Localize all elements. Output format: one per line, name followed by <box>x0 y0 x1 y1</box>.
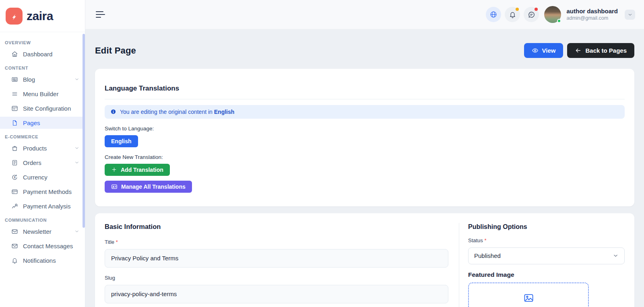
svg-text:$: $ <box>14 175 16 179</box>
status-value: Published <box>474 252 501 259</box>
slug-label: Slug <box>105 275 448 281</box>
view-button[interactable]: View <box>524 43 564 58</box>
back-to-pages-button[interactable]: Back to Pages <box>567 43 634 58</box>
required-mark: * <box>116 239 118 245</box>
notifications-button[interactable] <box>505 7 520 22</box>
section-label-communication: COMMUNICATION <box>5 218 85 223</box>
brand-logo-icon <box>6 8 23 25</box>
sidebar-item-currency[interactable]: $ Currency <box>0 171 85 183</box>
bag-icon <box>11 145 18 152</box>
bell-icon <box>509 11 516 19</box>
chevron-down-icon[interactable] <box>74 76 80 82</box>
user-menu-button[interactable] <box>625 10 635 20</box>
basic-information-column: Basic Information Title * Slug Leave emp… <box>105 223 459 307</box>
section-label-ecommerce: E-COMMERCE <box>5 134 85 139</box>
arrow-left-icon <box>575 47 582 54</box>
sidebar-item-contact-messages[interactable]: Contact Messages <box>0 240 85 252</box>
list-icon <box>11 91 18 97</box>
sidebar-item-label: Products <box>23 145 47 152</box>
main-area: author dashboard admin@gmail.com Edit Pa… <box>85 0 644 307</box>
back-button-label: Back to Pages <box>585 47 627 54</box>
currency-exchange-icon: $ <box>11 174 18 181</box>
slug-input[interactable] <box>105 285 448 303</box>
chevron-down-icon[interactable] <box>74 229 80 234</box>
sidebar-item-payment-methods[interactable]: Payment Methods <box>0 185 85 198</box>
sidebar-item-label: Payment Methods <box>23 188 72 195</box>
sidebar-item-dashboard[interactable]: Dashboard <box>0 48 85 60</box>
brand-logo[interactable]: zaira <box>0 0 85 32</box>
sidebar-toggle-icon[interactable] <box>95 10 106 20</box>
title-input[interactable] <box>105 249 448 268</box>
messages-button[interactable] <box>524 7 539 22</box>
sidebar-item-payment-analysis[interactable]: Payment Analysis <box>0 200 85 212</box>
avatar[interactable] <box>544 6 561 23</box>
basic-information-heading: Basic Information <box>105 223 448 231</box>
translations-heading: Language Translations <box>105 84 625 93</box>
sidebar-item-label: Dashboard <box>23 51 52 58</box>
title-label: Title * <box>105 239 448 245</box>
page-title: Edit Page <box>95 45 136 56</box>
user-meta: author dashboard admin@gmail.com <box>566 8 618 21</box>
view-button-label: View <box>542 47 556 54</box>
add-translation-button[interactable]: Add Translation <box>105 164 170 176</box>
sidebar-item-notifications[interactable]: Notifications <box>0 254 85 266</box>
edit-form-card: Basic Information Title * Slug Leave emp… <box>95 213 634 307</box>
page-header: Edit Page View Back to Pages <box>95 39 634 62</box>
newspaper-icon <box>11 76 18 83</box>
sidebar-item-newsletter[interactable]: Newsletter <box>0 225 85 237</box>
add-translation-label: Add Translation <box>121 167 163 173</box>
alert-text: You are editing the original content in <box>120 109 213 115</box>
envelope-icon <box>11 228 18 235</box>
page-content: Edit Page View Back to Pages Language Tr… <box>85 29 644 307</box>
chevron-down-icon <box>613 253 619 259</box>
sidebar-item-label: Newsletter <box>23 228 52 235</box>
sidebar-item-products[interactable]: Products <box>0 142 85 154</box>
status-label: Status * <box>468 237 625 243</box>
section-label-content: CONTENT <box>5 66 85 70</box>
manage-translations-button[interactable]: Manage All Translations <box>105 181 192 193</box>
sidebar-item-label: Menu Builder <box>23 91 58 97</box>
sidebar-item-pages[interactable]: Pages <box>0 117 85 129</box>
notification-badge <box>516 8 519 11</box>
create-translation-label: Create New Translation: <box>105 154 625 160</box>
sidebar-item-label: Payment Analysis <box>23 203 70 210</box>
credit-card-icon <box>11 188 18 195</box>
bell-icon <box>11 257 18 264</box>
featured-image-dropzone[interactable]: Choose file Supports: JPEG, PNG, JPG, GI… <box>468 282 589 307</box>
eye-icon <box>532 47 539 54</box>
file-icon <box>11 120 18 126</box>
sidebar-item-orders[interactable]: Orders <box>0 157 85 169</box>
sidebar-scrollbar[interactable] <box>83 34 85 228</box>
sidebar-nav: OVERVIEW Dashboard CONTENT Blog Menu Bui… <box>0 32 85 266</box>
editing-language-alert: You are editing the original content in … <box>105 105 625 119</box>
user-email: admin@gmail.com <box>566 15 618 22</box>
status-select[interactable]: Published <box>468 247 625 264</box>
language-english-button[interactable]: English <box>105 135 138 147</box>
chat-icon <box>528 11 535 19</box>
featured-image-heading: Featured Image <box>468 271 625 278</box>
chart-search-icon <box>11 203 18 210</box>
online-status-dot <box>557 19 561 23</box>
chevron-down-icon[interactable] <box>74 160 80 165</box>
topbar: author dashboard admin@gmail.com <box>85 0 644 29</box>
sidebar-item-site-configuration[interactable]: Site Configuration <box>0 102 85 114</box>
translation-card-icon <box>111 183 118 190</box>
home-icon <box>11 51 18 58</box>
switch-language-label: Switch to Language: <box>105 126 625 132</box>
sidebar-item-label: Currency <box>23 174 47 181</box>
brand-name: zaira <box>27 9 53 23</box>
sidebar-item-label: Notifications <box>23 257 56 264</box>
sidebar-item-blog[interactable]: Blog <box>0 73 85 85</box>
chevron-down-icon[interactable] <box>74 145 80 151</box>
plus-icon <box>111 167 117 173</box>
manage-translations-label: Manage All Translations <box>121 183 186 190</box>
topbar-actions: author dashboard admin@gmail.com <box>486 6 635 23</box>
message-badge <box>535 8 538 11</box>
language-button[interactable] <box>486 7 501 22</box>
sidebar-item-label: Contact Messages <box>23 243 73 249</box>
sidebar: zaira OVERVIEW Dashboard CONTENT Blog Me… <box>0 0 85 307</box>
chevron-down-icon <box>627 12 633 17</box>
receipt-icon <box>11 159 18 166</box>
sidebar-item-menu-builder[interactable]: Menu Builder <box>0 88 85 100</box>
language-translations-card: Language Translations You are editing th… <box>95 69 634 206</box>
